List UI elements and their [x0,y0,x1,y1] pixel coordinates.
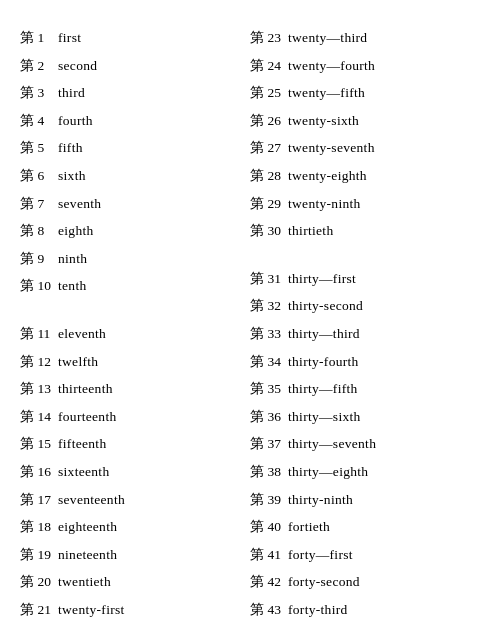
ordinal-word: thirtieth [288,220,333,242]
ordinal-word: twenty-seventh [288,137,375,159]
ordinal-word: twenty—fifth [288,82,365,104]
ordinal-number-label: 第 1 [20,27,58,49]
ordinal-number-label: 第 5 [20,137,58,159]
table-row: 第 29twenty-ninth [250,190,480,218]
ordinal-number-label: 第 43 [250,599,288,621]
table-row: 第 21twenty-first [20,596,250,624]
ordinal-number-label: 第 12 [20,351,58,373]
table-row: 第 37thirty—seventh [250,430,480,458]
ordinal-number-label: 第 37 [250,433,288,455]
ordinal-number-label: 第 6 [20,165,58,187]
table-row: 第 12twelfth [20,348,250,376]
ordinal-number-label: 第 36 [250,406,288,428]
table-row: 第 1first [20,24,250,52]
table-row: 第 4fourth [20,107,250,135]
ordinal-number-label: 第 11 [20,323,58,345]
ordinal-word: thirty-ninth [288,489,353,511]
table-row: 第 34thirty-fourth [250,348,480,376]
ordinal-number-label: 第 31 [250,268,288,290]
ordinal-number-label: 第 26 [250,110,288,132]
ordinal-word: eighteenth [58,516,117,538]
table-row: 第 20twentieth [20,568,250,596]
table-row: 第 26twenty-sixth [250,107,480,135]
table-row: 第 42forty-second [250,568,480,596]
ordinal-word: sixth [58,165,86,187]
ordinal-word: first [58,27,81,49]
ordinal-word: twelfth [58,351,98,373]
table-row: 第 15fifteenth [20,430,250,458]
ordinal-number-label: 第 9 [20,248,58,270]
ordinal-word: fifteenth [58,433,106,455]
ordinal-number-label: 第 38 [250,461,288,483]
ordinal-number-label: 第 21 [20,599,58,621]
table-row: 第 36thirty—sixth [250,403,480,431]
ordinal-word: eleventh [58,323,106,345]
table-row: 第 24twenty—fourth [250,52,480,80]
ordinal-word: thirty—fifth [288,378,358,400]
table-row: 第 23twenty—third [250,24,480,52]
ordinal-word: forty—first [288,544,353,566]
ordinal-number-label: 第 35 [250,378,288,400]
table-row: 第 7seventh [20,190,250,218]
ordinal-number-label: 第 32 [250,295,288,317]
ordinal-word: second [58,55,97,77]
ordinal-number-label: 第 39 [250,489,288,511]
ordinal-number-label: 第 33 [250,323,288,345]
ordinal-number-label: 第 18 [20,516,58,538]
ordinal-number-label: 第 8 [20,220,58,242]
ordinal-word: twenty-first [58,599,125,621]
ordinal-number-label: 第 15 [20,433,58,455]
ordinal-number-label: 第 30 [250,220,288,242]
ordinal-word: sixteenth [58,461,109,483]
ordinal-word: fortieth [288,516,330,538]
ordinal-word: thirty-fourth [288,351,359,373]
ordinal-number-label: 第 3 [20,82,58,104]
ordinal-word: fourth [58,110,93,132]
ordinal-word: thirteenth [58,378,113,400]
table-row: 第 27twenty-seventh [250,134,480,162]
table-row: 第 30thirtieth [250,217,480,245]
ordinal-word: fifth [58,137,83,159]
table-row: 第 9ninth [20,245,250,273]
ordinal-number-label: 第 2 [20,55,58,77]
ordinal-word: thirty—seventh [288,433,376,455]
ordinal-word: tenth [58,275,87,297]
ordinal-number-label: 第 7 [20,193,58,215]
table-row: 第 5fifth [20,134,250,162]
ordinal-word: eighth [58,220,94,242]
ordinal-word: ninth [58,248,87,270]
ordinal-word: thirty—third [288,323,360,345]
ordinal-word: thirty—first [288,268,356,290]
ordinal-number-label: 第 23 [250,27,288,49]
ordinal-word: twentieth [58,571,111,593]
table-row: 第 13thirteenth [20,375,250,403]
table-row: 第 25twenty—fifth [250,79,480,107]
main-columns: 第 1first第 2second第 3third第 4fourth第 5fif… [20,24,480,623]
ordinal-number-label: 第 17 [20,489,58,511]
ordinal-word: twenty-ninth [288,193,361,215]
left-column: 第 1first第 2second第 3third第 4fourth第 5fif… [20,24,250,623]
table-row: 第 6sixth [20,162,250,190]
ordinal-number-label: 第 24 [250,55,288,77]
ordinal-word: forty-second [288,571,360,593]
ordinal-number-label: 第 27 [250,137,288,159]
table-row: 第 3third [20,79,250,107]
ordinal-number-label: 第 28 [250,165,288,187]
ordinal-number-label: 第 13 [20,378,58,400]
table-row: 第 31thirty—first [250,265,480,293]
table-row: 第 32thirty-second [250,292,480,320]
table-row: 第 17seventeenth [20,486,250,514]
table-row: 第 10tenth [20,272,250,300]
ordinal-number-label: 第 29 [250,193,288,215]
empty-spacer [250,245,480,265]
table-row: 第 11eleventh [20,320,250,348]
table-row: 第 19nineteenth [20,541,250,569]
ordinal-word: thirty—sixth [288,406,361,428]
ordinal-word: fourteenth [58,406,116,428]
right-column: 第 23twenty—third第 24twenty—fourth第 25twe… [250,24,480,623]
ordinal-word: seventh [58,193,101,215]
ordinal-word: third [58,82,85,104]
ordinal-word: twenty-sixth [288,110,359,132]
ordinal-number-label: 第 10 [20,275,58,297]
empty-spacer [20,300,250,320]
